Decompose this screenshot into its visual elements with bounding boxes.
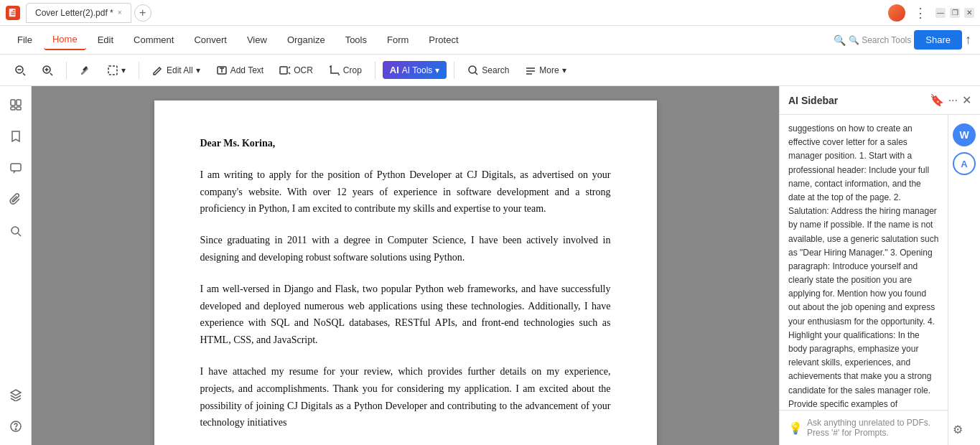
minimize-button[interactable]: — <box>935 8 946 18</box>
ai-input-placeholder[interactable]: Ask anything unrelated to PDFs. Press '#… <box>807 418 939 438</box>
toolbar-separator-4 <box>454 62 454 79</box>
ai-sidebar-inner: suggestions on how to create an effectiv… <box>780 115 980 445</box>
ai-main-content: suggestions on how to create an effectiv… <box>780 115 948 445</box>
svg-rect-21 <box>11 107 15 110</box>
ai-tools-label: AI Tools <box>402 65 432 75</box>
ai-settings-icon[interactable]: ⚙ <box>953 423 976 436</box>
ai-translate-avatar[interactable]: A <box>953 152 976 175</box>
sidebar-comment-icon[interactable] <box>3 155 29 181</box>
title-bar: Cover Letter(2).pdf * × + ⋮ — ❐ ✕ <box>0 0 980 26</box>
menu-organize[interactable]: Organize <box>279 30 334 50</box>
svg-line-7 <box>50 73 52 75</box>
edit-all-button[interactable]: Edit All ▾ <box>146 61 206 80</box>
sidebar-layers-icon[interactable] <box>3 382 29 408</box>
menu-form[interactable]: Form <box>378 30 417 50</box>
pdf-tab[interactable]: Cover Letter(2).pdf * × <box>26 3 131 23</box>
ocr-button[interactable]: OCR <box>274 61 319 80</box>
svg-point-24 <box>11 227 19 234</box>
close-button[interactable]: ✕ <box>964 8 974 18</box>
ai-bottom-area: 💡 Ask anything unrelated to PDFs. Press … <box>780 410 948 445</box>
svg-line-25 <box>18 233 21 236</box>
document-page: Dear Ms. Korina, I am writing to apply f… <box>154 100 657 445</box>
menu-edit[interactable]: Edit <box>89 30 122 50</box>
sidebar-help-icon[interactable] <box>3 413 29 439</box>
svg-rect-20 <box>17 100 21 106</box>
paragraph-3: I am well-versed in Django and Flask, tw… <box>200 281 611 349</box>
paragraph-1: I am writing to apply for the position o… <box>200 167 611 217</box>
ai-sidebar-header: AI Sidebar 🔖 ··· ✕ <box>780 86 980 115</box>
menu-convert[interactable]: Convert <box>185 30 235 50</box>
toolbar-separator-2 <box>139 62 139 79</box>
menu-file[interactable]: File <box>9 30 41 50</box>
share-button[interactable]: Share <box>914 30 962 50</box>
app-icon <box>6 6 20 20</box>
new-tab-button[interactable]: + <box>134 4 151 22</box>
window-controls: — ❐ ✕ <box>935 8 974 18</box>
maximize-button[interactable]: ❐ <box>950 8 960 18</box>
svg-line-3 <box>23 73 25 75</box>
ai-icon: AI <box>390 65 399 75</box>
search-tools-area[interactable]: 🔍 🔍 Search Tools <box>834 34 912 46</box>
toolbar-separator-1 <box>66 62 67 79</box>
toolbar: ▾ Edit All ▾ Add Text OCR Crop AI AI Too… <box>0 55 980 86</box>
crop-label: Crop <box>343 65 362 75</box>
svg-rect-9 <box>108 66 117 75</box>
sidebar-search-icon[interactable] <box>3 218 29 244</box>
more-button[interactable]: More ▾ <box>519 61 571 80</box>
svg-line-15 <box>475 72 477 75</box>
ai-sidebar: AI Sidebar 🔖 ··· ✕ suggestions on how to… <box>779 86 980 445</box>
zoom-in-button[interactable] <box>36 61 59 80</box>
document-content: Dear Ms. Korina, I am writing to apply f… <box>200 135 611 445</box>
toolbar-separator-3 <box>375 62 375 79</box>
more-label: More <box>539 65 559 75</box>
window-menu-icon[interactable]: ⋮ <box>911 5 930 21</box>
ai-dots-menu[interactable]: ··· <box>948 94 958 107</box>
ai-bookmark-icon[interactable]: 🔖 <box>930 93 944 107</box>
svg-rect-13 <box>280 67 287 74</box>
search-button[interactable]: Search <box>462 61 515 80</box>
menu-view[interactable]: View <box>238 30 276 50</box>
title-bar-left: Cover Letter(2).pdf * × + <box>6 3 151 23</box>
edit-all-arrow: ▾ <box>196 65 200 75</box>
more-arrow: ▾ <box>562 65 566 75</box>
ai-content-text: suggestions on how to create an effectiv… <box>780 115 948 410</box>
ai-sidebar-title-text: AI Sidebar <box>788 95 924 106</box>
ai-close-icon[interactable]: ✕ <box>962 93 971 107</box>
main-area: Dear Ms. Korina, I am writing to apply f… <box>0 86 980 445</box>
menu-protect[interactable]: Protect <box>420 30 467 50</box>
edit-all-label: Edit All <box>167 65 193 75</box>
highlight-button[interactable] <box>74 61 97 80</box>
svg-point-14 <box>469 66 476 73</box>
zoom-out-button[interactable] <box>9 61 32 80</box>
menu-comment[interactable]: Comment <box>125 30 182 50</box>
left-sidebar <box>0 86 32 445</box>
ai-word-avatar[interactable]: W <box>953 123 976 146</box>
tab-bar: Cover Letter(2).pdf * × + <box>26 3 151 23</box>
ai-tools-button[interactable]: AI AI Tools ▾ <box>383 61 447 79</box>
document-area: Dear Ms. Korina, I am writing to apply f… <box>32 86 779 445</box>
ai-tools-arrow: ▾ <box>435 65 439 75</box>
sidebar-attachment-icon[interactable] <box>3 187 29 212</box>
svg-rect-23 <box>11 164 21 171</box>
paragraph-4: I have attached my resume for your revie… <box>200 363 611 431</box>
ocr-label: OCR <box>294 65 313 75</box>
sidebar-thumbnail-icon[interactable] <box>3 92 29 118</box>
menu-home[interactable]: Home <box>44 29 86 50</box>
menu-tools[interactable]: Tools <box>337 30 375 50</box>
sidebar-bookmark-icon[interactable] <box>3 123 29 149</box>
svg-point-27 <box>15 428 17 430</box>
search-tools-label[interactable]: 🔍 Search Tools <box>849 35 912 45</box>
svg-rect-22 <box>17 107 21 110</box>
add-text-button[interactable]: Add Text <box>210 61 269 80</box>
tab-close-icon[interactable]: × <box>118 9 122 17</box>
crop-button[interactable]: Crop <box>323 61 368 80</box>
svg-rect-19 <box>11 100 15 106</box>
select-box-arrow: ▾ <box>121 65 126 75</box>
search-tools-icon: 🔍 <box>834 34 846 46</box>
search-label: Search <box>482 65 509 75</box>
select-box-button[interactable]: ▾ <box>101 61 131 80</box>
ai-right-avatars: W A ⚙ <box>948 115 980 445</box>
paragraph-2: Since graduating in 2011 with a degree i… <box>200 232 611 266</box>
upload-icon[interactable]: ↑ <box>965 32 971 47</box>
greeting: Dear Ms. Korina, <box>200 138 276 149</box>
